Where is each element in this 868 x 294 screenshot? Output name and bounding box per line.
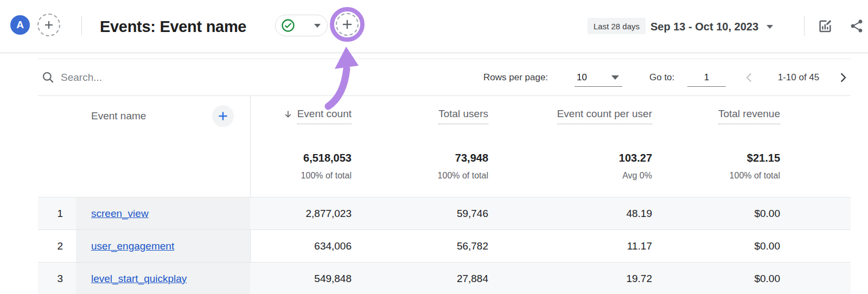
goto-label: Go to:	[649, 59, 674, 96]
dimension-header[interactable]: Event name	[76, 96, 250, 136]
next-page-button[interactable]	[837, 72, 849, 84]
event-link[interactable]: level_start_quickplay	[91, 273, 187, 285]
total-users-cell: 56,782	[358, 230, 496, 262]
table-totals-row: 6,518,053 100% of total 73,948 100% of t…	[38, 136, 851, 197]
column-header-label: Event count per user	[557, 108, 652, 124]
chevron-right-icon	[837, 72, 849, 84]
rows-per-page-value: 10	[577, 72, 587, 83]
date-range-picker[interactable]: Sep 13 - Oct 10, 2023	[650, 0, 773, 53]
table-body: 1 screen_view 2,877,023 59,746 48.19 $0.…	[38, 197, 851, 294]
total-users-cell: 59,746	[358, 197, 496, 229]
event-count-cell: 634,006	[250, 230, 358, 262]
ga4-events-report: A Events: Event name Last 28 days	[0, 0, 868, 294]
row-number: 2	[38, 230, 76, 262]
dropdown-arrow-icon	[611, 75, 619, 80]
add-dimension-button[interactable]	[212, 105, 234, 127]
total-subtext: 100% of total	[250, 164, 352, 181]
total-revenue-cell: $0.00	[667, 230, 851, 262]
column-header-total-users[interactable]: Total users	[358, 96, 496, 136]
total-revenue-cell: $0.00	[667, 197, 851, 229]
total-subtext: Avg 0%	[496, 164, 652, 181]
avatar[interactable]: A	[10, 15, 30, 35]
plus-icon	[42, 18, 55, 31]
total-value: $21.15	[667, 136, 780, 164]
date-range-badge: Last 28 days	[588, 18, 646, 34]
table-row: 2 user_engagement 634,006 56,782 11.17 $…	[38, 229, 851, 262]
pagination-range: 1-10 of 45	[768, 59, 829, 96]
event-count-cell: 2,877,023	[250, 197, 358, 229]
goto-page-input[interactable]	[687, 69, 726, 87]
dimension-header-label: Event name	[91, 110, 146, 122]
chevron-left-icon	[743, 72, 755, 84]
row-number: 3	[38, 263, 76, 294]
column-header-label: Total revenue	[718, 108, 780, 124]
column-header-label: Total users	[438, 108, 488, 124]
search-input[interactable]	[61, 67, 386, 88]
page-title: Events: Event name	[100, 0, 246, 53]
total-value: 73,948	[358, 136, 488, 164]
table-row: 1 screen_view 2,877,023 59,746 48.19 $0.…	[38, 197, 851, 229]
event-name-cell: screen_view	[76, 197, 250, 229]
event-count-per-user-cell: 11.17	[496, 230, 667, 262]
plus-icon	[340, 17, 354, 31]
search-icon	[41, 71, 55, 85]
event-count-per-user-cell: 48.19	[496, 197, 667, 229]
table-header-row: Event name Event count	[38, 96, 851, 136]
share-icon	[849, 18, 864, 34]
events-table-card: Rows per page: 10 Go to: 1-10 of 45	[38, 59, 851, 294]
total-users-cell: 27,884	[358, 263, 496, 294]
total-value: 103.27	[496, 136, 652, 164]
rows-per-page-label: Rows per page:	[483, 59, 548, 96]
event-link[interactable]: screen_view	[91, 208, 149, 220]
share-button[interactable]	[848, 17, 865, 35]
sort-descending-icon	[283, 110, 293, 123]
customize-report-button[interactable]	[816, 17, 834, 35]
column-header-event-count-per-user[interactable]: Event count per user	[496, 96, 667, 136]
check-circle-icon	[280, 18, 296, 33]
customize-report-icon	[817, 18, 833, 34]
total-subtext: 100% of total	[358, 164, 488, 181]
date-range-text: Sep 13 - Oct 10, 2023	[650, 21, 758, 33]
event-name-cell: user_engagement	[76, 230, 250, 262]
column-header-total-revenue[interactable]: Total revenue	[667, 96, 851, 136]
column-header-label: Event count	[297, 108, 352, 124]
column-header-event-count[interactable]: Event count	[250, 96, 358, 136]
total-revenue-cell: $0.00	[667, 263, 851, 294]
total-subtext: 100% of total	[667, 164, 780, 181]
rows-per-page-select[interactable]: 10	[575, 69, 622, 87]
top-app-bar: A Events: Event name Last 28 days	[0, 0, 868, 53]
row-number-header	[38, 96, 76, 136]
add-segment-button[interactable]	[37, 14, 60, 36]
table-toolbar: Rows per page: 10 Go to: 1-10 of 45	[38, 59, 851, 96]
report-status-button[interactable]	[275, 15, 328, 36]
plus-icon	[216, 110, 229, 123]
table-row: 3 level_start_quickplay 549,848 27,884 1…	[38, 262, 851, 294]
chevron-down-icon	[767, 25, 773, 29]
total-value: 6,518,053	[250, 136, 352, 164]
divider	[81, 16, 82, 35]
divider	[804, 16, 805, 36]
event-link[interactable]: user_engagement	[91, 240, 174, 252]
prev-page-button[interactable]	[743, 72, 755, 84]
chevron-down-icon	[314, 24, 321, 28]
event-count-cell: 549,848	[250, 263, 358, 294]
add-comparison-button[interactable]	[336, 13, 359, 36]
row-number: 1	[38, 197, 76, 229]
event-name-cell: level_start_quickplay	[76, 263, 250, 294]
event-count-per-user-cell: 19.72	[496, 263, 667, 294]
